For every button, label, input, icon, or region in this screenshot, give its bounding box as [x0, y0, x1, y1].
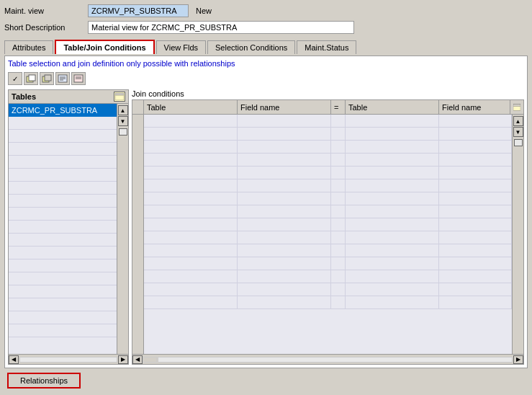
join-cell: [439, 270, 512, 283]
join-cell: [439, 296, 512, 309]
toolbar-icon-copy2[interactable]: [40, 72, 54, 85]
join-cell: [144, 296, 238, 309]
join-empty-row: [144, 296, 512, 309]
join-h-scroll-left[interactable]: ◀: [132, 355, 143, 364]
join-cell: [331, 257, 346, 270]
tab-maint-status[interactable]: Maint.Status: [297, 40, 356, 54]
join-cell: [346, 244, 439, 257]
tab-table-join[interactable]: Table/Join Conditions: [55, 40, 154, 54]
maint-view-new: New: [196, 6, 212, 15]
join-cell: [144, 205, 238, 218]
table-empty-row: [9, 143, 117, 156]
join-h-scroll-right[interactable]: ▶: [513, 355, 523, 364]
tables-h-scroll-track[interactable]: [19, 357, 117, 363]
join-cell: [144, 167, 238, 179]
svg-rect-12: [115, 93, 124, 95]
info-text: Table selection and join definition only…: [8, 59, 524, 68]
join-empty-row: [144, 192, 512, 205]
tables-list-container: ZCRMC_PR_SUBSTRA: [8, 104, 129, 355]
tab-attributes[interactable]: Attributes: [4, 40, 53, 54]
join-empty-row: [144, 283, 512, 296]
join-cell: [331, 141, 346, 153]
join-cell: [439, 244, 512, 257]
join-cell: [144, 179, 238, 192]
join-cell: [346, 296, 439, 309]
relationships-button[interactable]: Relationships: [7, 373, 81, 389]
toolbar-icon-copy3[interactable]: [55, 72, 70, 85]
join-cell: [439, 231, 512, 244]
join-rows-scroll-right: ▲ ▼: [512, 115, 523, 354]
maint-view-row: Maint. view ZCRMV_PR_SUBSTRA New: [4, 4, 528, 17]
join-table-header: Table Field name = Table Field name: [132, 100, 523, 115]
join-cell: [346, 257, 439, 270]
join-cell: [331, 270, 346, 283]
short-desc-value: Material view for ZCRMC_PR_SUBSTRA: [88, 21, 354, 34]
tables-scroll-up[interactable]: ▲: [118, 105, 128, 115]
tabs-row: Attributes Table/Join Conditions View Fl…: [4, 39, 528, 53]
join-cell: [238, 257, 331, 270]
join-col-icon-header[interactable]: [510, 100, 523, 114]
join-scroll-checkbox[interactable]: [514, 139, 523, 146]
join-cell: [331, 296, 346, 309]
join-scroll-up[interactable]: ▲: [513, 116, 523, 126]
toolbar-icon-check[interactable]: ✓: [8, 72, 22, 85]
svg-rect-14: [513, 104, 520, 106]
table-empty-row: [9, 285, 117, 298]
join-cell: [144, 154, 238, 166]
join-col-field1-header: Field name: [238, 100, 331, 114]
table-empty-row: [9, 247, 117, 259]
join-cell: [331, 179, 346, 192]
join-h-scroll-thumb[interactable]: [143, 357, 157, 363]
join-cell: [238, 296, 331, 309]
join-cell: [439, 283, 512, 296]
join-panel: Join conditions Table Field name =: [132, 89, 524, 365]
join-cell: [331, 192, 346, 205]
join-cell: [238, 154, 331, 166]
join-cell: [238, 179, 331, 192]
tables-scroll-checkbox[interactable]: [119, 128, 127, 136]
short-desc-row: Short Description Material view for ZCRM…: [4, 21, 528, 34]
tab-selection-conditions[interactable]: Selection Conditions: [207, 40, 295, 54]
table-empty-row: [9, 311, 117, 324]
join-cell: [346, 154, 439, 166]
table-item[interactable]: ZCRMC_PR_SUBSTRA: [9, 104, 117, 117]
join-empty-row: [144, 205, 512, 218]
join-cell: [238, 128, 331, 140]
join-cell: [439, 192, 512, 205]
table-empty-row: [9, 272, 117, 285]
table-empty-row: [9, 117, 117, 130]
split-area: Tables ZCRMC_PR_SUBSTRA: [8, 89, 524, 365]
toolbar-icon-copy4[interactable]: [71, 72, 86, 85]
join-cell: [346, 128, 439, 140]
tab-view-flds[interactable]: View Flds: [156, 40, 206, 54]
join-col-table2-header: Table: [346, 100, 439, 114]
join-cell: [439, 257, 512, 270]
join-empty-row: [144, 257, 512, 270]
table-empty-row: [9, 298, 117, 311]
join-cell: [346, 115, 439, 127]
join-cell: [346, 231, 439, 244]
tables-scroll-down[interactable]: ▼: [118, 116, 128, 126]
join-cell: [238, 115, 331, 127]
join-col-selector: [132, 100, 144, 114]
svg-rect-1: [29, 75, 35, 81]
join-scroll-down[interactable]: ▼: [513, 127, 523, 137]
join-rows-scroll-left: [132, 115, 144, 354]
join-cell: [144, 141, 238, 153]
join-col-table1-header: Table: [144, 100, 238, 114]
join-h-scroll-track[interactable]: [158, 357, 513, 363]
table-empty-row: [9, 182, 117, 195]
table-empty-row: [9, 324, 117, 337]
tables-h-scroll: ◀ ▶: [8, 355, 129, 365]
tables-h-scroll-right[interactable]: ▶: [118, 355, 128, 364]
join-cell: [439, 141, 512, 153]
toolbar-icon-copy1[interactable]: [24, 72, 38, 85]
join-col-eq-header: =: [331, 100, 346, 114]
join-cell: [144, 115, 238, 127]
tables-h-scroll-left[interactable]: ◀: [9, 355, 19, 364]
join-cell: [144, 244, 238, 257]
tables-panel-header: Tables: [8, 89, 129, 104]
join-cell: [331, 244, 346, 257]
tables-header-icon[interactable]: [114, 92, 125, 102]
bottom-bar: Relationships: [4, 370, 528, 391]
